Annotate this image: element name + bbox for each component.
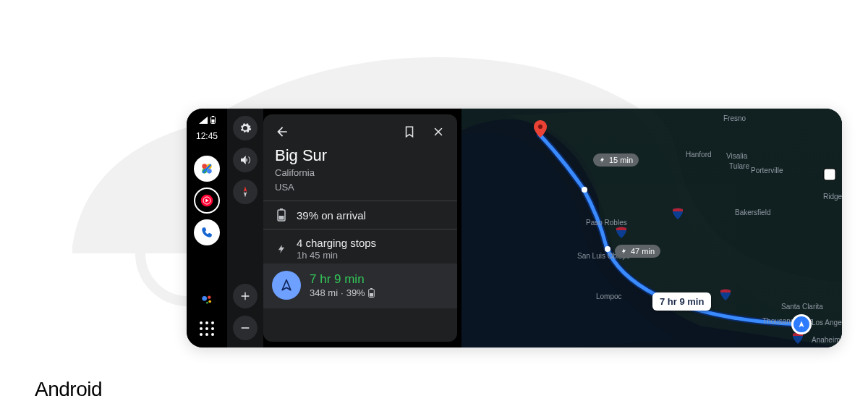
svg-point-12 [208,296,210,299]
zoom-in-button[interactable] [233,284,258,308]
svg-point-23 [605,246,610,252]
route-shield-icon [823,168,836,181]
svg-point-13 [208,300,211,303]
svg-rect-4 [211,119,214,123]
app-youtube-music[interactable] [194,188,220,214]
map-city-label: Ridgecrest [823,193,842,201]
svg-rect-24 [824,169,835,180]
battery-icon [368,288,375,298]
app-phone[interactable] [194,219,220,245]
system-rail: 12:45 [187,109,227,348]
settings-button[interactable] [233,116,258,140]
back-button[interactable] [271,120,294,143]
svg-point-11 [202,296,207,301]
map-city-label: Hanford [686,151,712,159]
brand-label: Android [35,378,102,401]
map-city-label: Santa Clarita [781,303,823,311]
arrival-battery-row[interactable]: 39% on arrival [263,201,457,229]
svg-point-8 [207,169,212,174]
app-launcher[interactable] [197,319,217,339]
charging-stops-text: 4 charging stops [297,237,376,249]
bolt-icon [276,243,286,256]
close-icon [432,125,445,138]
navigation-icon [797,320,806,329]
bookmark-button[interactable] [398,120,421,143]
highway-shield-icon [615,226,628,239]
highway-shield-icon [671,207,684,220]
charging-stop-chip[interactable]: 15 min [593,153,639,167]
minus-icon [239,322,251,334]
map-city-label: Fresno [723,114,746,122]
svg-rect-17 [279,216,284,220]
battery-percent-text: 39% [346,287,365,298]
map-tool-column [227,109,263,348]
destination-title: Big Sur [275,146,446,165]
svg-point-22 [582,187,587,193]
svg-point-14 [206,302,208,304]
plus-icon [239,290,251,302]
current-location [791,314,812,334]
bolt-icon [621,247,627,256]
svg-rect-19 [370,288,373,290]
chip-text: 15 min [609,156,633,164]
map-city-label: Los Angeles [812,319,842,327]
destination-country: USA [275,181,446,194]
status-icons [199,116,216,124]
volume-icon [239,153,252,167]
signal-icon [199,117,208,124]
svg-rect-3 [212,116,214,117]
map-city-label: Lompoc [596,292,622,300]
zoom-out-button[interactable] [233,316,258,340]
charging-stops-row[interactable]: 4 charging stops 1h 45 min [263,229,457,264]
start-nav-button[interactable] [272,271,301,300]
volume-button[interactable] [233,148,258,172]
destination-pin [534,120,547,138]
clock: 12:45 [196,131,218,141]
arrow-left-icon [275,125,289,139]
ytm-icon [200,193,214,208]
svg-rect-16 [280,208,283,210]
assistant-button[interactable] [194,287,220,313]
charging-stop-chip[interactable]: 47 min [615,245,660,258]
car-display: 12:45 [187,109,842,348]
charging-duration: 1h 45 min [297,250,376,261]
assistant-icon [200,292,214,307]
battery-icon [277,208,286,222]
navigation-icon [279,278,294,292]
map-city-label: Visalia [726,152,747,160]
svg-point-25 [538,125,542,129]
gear-icon [239,122,252,135]
navigation-card: Big Sur California USA 39% on arrival 4 … [263,114,457,342]
bolt-icon [599,156,605,164]
destination-region: California [275,167,446,180]
map-city-label: Bakersfield [735,208,770,216]
map-city-label: Porterville [751,167,783,174]
bookmark-icon [403,125,416,138]
route-eta-chip[interactable]: 7 hr 9 min [652,292,711,311]
eta-text: 7 hr 9 min [310,272,375,287]
battery-icon [210,116,216,124]
arrival-battery-text: 39% on arrival [297,209,366,222]
route-line [461,109,842,348]
highway-shield-icon [719,288,732,301]
app-maps[interactable] [194,156,220,182]
svg-rect-20 [370,293,373,297]
compass-icon [239,185,252,198]
svg-point-5 [202,164,207,169]
route-summary[interactable]: 7 hr 9 min 348 mi · 39% [263,264,457,308]
compass-button[interactable] [233,180,258,204]
map-view[interactable]: FresnoVisaliaTulareHanfordPortervilleBak… [461,109,842,348]
distance-text: 348 mi [310,287,338,298]
phone-icon [200,226,213,239]
chip-text: 47 min [631,247,655,256]
close-button[interactable] [427,120,450,143]
map-city-label: Tulare [729,162,749,170]
map-city-label: Anaheim [812,336,840,344]
maps-icon [200,161,214,176]
